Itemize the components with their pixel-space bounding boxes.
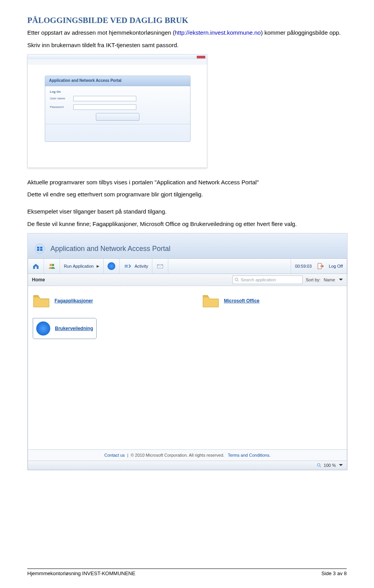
footer-left: Hjemmmekontorløsning INVEST-KOMMUNENE	[27, 570, 135, 576]
portal-title: Application and Network Access Portal	[50, 245, 170, 253]
zoom-value: 100 %	[324, 463, 336, 468]
apps-paragraph: De fleste vil kunne finne; Fagapplikasjo…	[27, 220, 347, 228]
svg-point-0	[35, 244, 44, 253]
zoom-bar: 100 %	[28, 461, 347, 470]
portal-toolbar: Run Application ▶ Activity 00:59:03 Log …	[28, 259, 347, 274]
mail-icon	[156, 262, 164, 270]
app-fag-label: Fagapplikasjoner	[55, 298, 93, 304]
session-time: 00:59:03	[295, 264, 312, 268]
contact-us-link[interactable]: Contact us	[104, 453, 125, 457]
login-submit-button[interactable]	[96, 113, 139, 121]
app-office-label: Microsoft Office	[224, 298, 259, 304]
login-logon-label: Log On	[50, 90, 185, 94]
svg-point-7	[317, 463, 320, 466]
app-bruker-label: Brukerveiledning	[55, 326, 93, 331]
portal-screenshot: Application and Network Access Portal Ru…	[27, 233, 348, 470]
folder-icon	[202, 293, 219, 309]
session-info: 00:59:03 Log Off	[291, 259, 347, 274]
page-heading: PÅLOGGINGSBILDE VED DAGLIG BRUK	[27, 16, 347, 25]
change-info-paragraph: Dette vil endre seg etterhvert som progr…	[27, 190, 347, 199]
app-fagapplikasjoner[interactable]: Fagapplikasjoner	[33, 293, 93, 309]
chevron-right-icon: ▶	[97, 264, 99, 268]
portal-footer: Contact us | © 2010 Microsoft Corporatio…	[28, 450, 347, 461]
app-office[interactable]: Microsoft Office	[202, 293, 259, 309]
login-footer	[45, 124, 190, 141]
example-paragraph: Eksempelet viser tilganger basert på sta…	[27, 207, 347, 216]
app-brukerveiledning-group: Brukerveiledning	[33, 318, 97, 339]
activity-button[interactable]: Activity	[120, 259, 152, 274]
login-panel-title: Application and Network Access Portal	[45, 76, 190, 86]
home-icon	[32, 262, 40, 270]
logoff-button[interactable]: Log Off	[329, 264, 343, 268]
search-input[interactable]: Search application	[233, 275, 303, 284]
users-button[interactable]	[44, 259, 60, 274]
activity-icon	[123, 262, 131, 270]
portal-subbar: Home Search application Sort by: Name	[28, 274, 347, 286]
footer-right: Side 3 av 8	[321, 570, 347, 576]
zoom-icon	[317, 463, 321, 468]
search-placeholder: Search application	[241, 277, 276, 282]
login-screenshot: Application and Network Access Portal Lo…	[27, 54, 207, 168]
intro-paragraph: Etter oppstart av adressen mot hjemmekon…	[27, 28, 347, 37]
home-button[interactable]	[28, 259, 44, 274]
login-pass-field[interactable]	[73, 104, 136, 110]
svg-point-6	[235, 278, 238, 281]
sort-by-value[interactable]: Name	[324, 277, 335, 282]
users-icon	[48, 262, 56, 270]
chevron-down-icon[interactable]	[339, 464, 343, 466]
activity-label: Activity	[134, 264, 148, 268]
chevron-down-icon[interactable]	[339, 279, 343, 281]
login-pass-label: Password	[50, 105, 73, 109]
svg-rect-1	[35, 267, 37, 269]
portal-info-paragraph: Aktuelle programvarer som tilbys vises i…	[27, 178, 347, 187]
intro-text-a: Etter oppstart av adressen mot hjemmekon…	[27, 29, 175, 36]
windows-logo-icon	[35, 244, 45, 254]
intro-text-c: ) kommer påloggingsbilde opp.	[261, 29, 340, 36]
credentials-paragraph: Skriv inn brukernavn tildelt fra IKT-tje…	[27, 41, 347, 49]
terms-link[interactable]: Terms and Conditions.	[228, 453, 270, 457]
sort-by-label: Sort by:	[306, 277, 321, 282]
logoff-icon	[316, 262, 324, 270]
svg-point-3	[52, 264, 54, 266]
portal-url-link[interactable]: http://ekstern.invest.kommune.no	[175, 29, 261, 36]
folder-icon	[33, 293, 50, 309]
help-icon	[36, 321, 50, 335]
help-icon	[108, 262, 115, 270]
help-button[interactable]	[104, 259, 120, 274]
app-brukerveiledning[interactable]: Brukerveiledning	[36, 321, 93, 335]
search-icon	[235, 277, 239, 282]
page-footer: Hjemmmekontorløsning INVEST-KOMMUNENE Si…	[27, 569, 347, 576]
svg-point-2	[49, 264, 52, 266]
portal-content: Fagapplikasjoner Microsoft Office Bruker…	[28, 286, 347, 450]
copyright-text: © 2010 Microsoft Corporation. All rights…	[131, 453, 224, 457]
breadcrumb-home[interactable]: Home	[32, 277, 45, 283]
run-application-label: Run Application	[64, 264, 94, 268]
login-user-label: User name	[50, 97, 73, 100]
login-user-field[interactable]	[73, 96, 136, 101]
run-application-button[interactable]: Run Application ▶	[60, 259, 104, 274]
mail-button[interactable]	[152, 259, 168, 274]
